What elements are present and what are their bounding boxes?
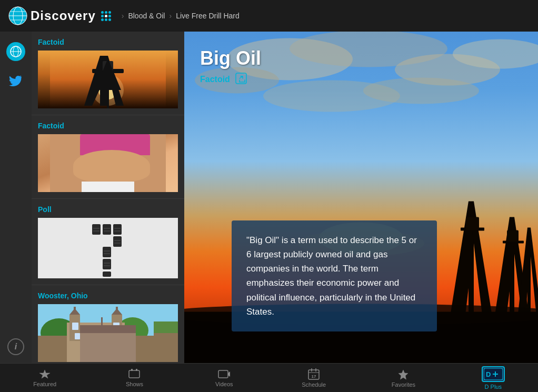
info-button[interactable]: i [7,338,24,355]
nav-favorites[interactable]: Favorites [358,368,448,388]
svg-rect-61 [116,307,118,315]
featured-icon [38,369,51,379]
nav-schedule[interactable]: 17 Schedule [269,368,358,388]
dplus-badge: D [482,366,505,382]
svg-rect-56 [72,323,78,330]
share-button[interactable] [235,73,247,86]
main-content: Big Oil Factoid "Big Oil" is a term used… [184,32,538,363]
info-text: "Big Oil" is a term used to describe the… [246,233,422,319]
breadcrumb: › Blood & Oil › Live Free Drill Hard [122,12,240,20]
svg-point-22 [109,167,117,172]
svg-marker-11 [100,56,108,106]
svg-rect-91 [218,370,228,378]
svg-rect-52 [112,315,122,341]
nav-videos[interactable]: Videos [180,369,269,387]
breadcrumb-separator-2: › [169,12,172,20]
videos-icon [218,369,231,379]
info-box: "Big Oil" is a term used to describe the… [232,220,437,331]
breadcrumb-parent[interactable]: Blood & Oil [128,12,165,20]
svg-point-17 [84,137,142,153]
svg-rect-15 [103,61,113,72]
logo-text: Discovery [31,8,96,23]
sidebar-twitter-button[interactable] [6,72,25,91]
svg-rect-90 [136,369,137,371]
svg-rect-59 [112,333,117,339]
panel-item-label-1: Factoid [38,38,178,46]
svg-point-48 [83,326,109,345]
svg-point-69 [363,78,479,104]
svg-point-20 [101,159,107,167]
app-header: Discovery › Blood & Oil › Live Free Dril… [0,0,538,32]
svg-rect-55 [88,333,104,349]
panel-item-wooster[interactable]: Wooster, Ohio [32,285,184,362]
globe-icon [10,46,22,57]
svg-rect-28 [113,224,122,235]
schedule-icon: 17 [307,368,320,380]
panel-item-label-3: Poll [38,205,178,214]
svg-rect-57 [113,323,119,330]
content-panel: Factoid [32,32,184,363]
breadcrumb-separator-1: › [122,12,124,20]
nav-videos-label: Videos [215,381,233,387]
svg-rect-29 [113,236,122,247]
svg-rect-89 [131,369,133,371]
nav-schedule-label: Schedule [302,381,326,388]
svg-rect-27 [103,224,111,235]
nav-featured[interactable]: Featured [0,369,89,387]
panel-item-label-4: Wooster, Ohio [38,292,178,300]
nav-favorites-label: Favorites [392,381,415,388]
logo-plus-decoration [101,11,111,21]
svg-rect-81 [507,230,519,242]
panel-item-label-2: Factoid [38,122,178,130]
panel-image-man-hat [38,134,178,192]
logo[interactable]: Discovery [8,6,111,25]
svg-rect-76 [466,217,479,230]
svg-point-21 [119,159,125,167]
svg-rect-30 [103,247,111,257]
favorites-icon [397,368,410,380]
panel-image-wooster [38,304,178,362]
svg-rect-31 [103,259,111,269]
svg-rect-18 [89,139,137,147]
svg-rect-8 [50,51,166,108]
panel-image-oil-derrick [38,51,178,108]
nav-shows[interactable]: Shows [89,369,179,387]
sidebar-globe-button[interactable] [6,42,25,61]
nav-dplus[interactable]: D D Plus [449,366,538,390]
svg-text:D: D [486,370,491,378]
svg-rect-49 [38,336,154,362]
panel-item-factoid-1[interactable]: Factoid [32,32,184,115]
svg-rect-58 [75,333,80,339]
panel-item-poll[interactable]: Poll [32,199,184,285]
svg-rect-32 [103,272,111,277]
main-title: Big Oil [200,47,261,69]
left-sidebar [0,32,32,363]
nav-featured-label: Featured [33,381,56,387]
svg-text:17: 17 [312,374,316,379]
nav-dplus-label: D Plus [485,384,502,390]
main-subtitle: Factoid [200,75,230,84]
globe-logo-icon [8,6,27,25]
panel-item-factoid-2[interactable]: Factoid [32,115,184,199]
twitter-icon [9,75,23,87]
svg-rect-24 [82,182,134,192]
nav-shows-label: Shows [126,381,143,387]
shows-icon [128,369,141,379]
panel-image-poll [38,218,178,278]
svg-rect-26 [92,224,101,235]
svg-rect-88 [129,370,140,378]
bottom-navigation: Featured Shows Videos 17 Schedule Favori [0,363,538,392]
svg-rect-14 [92,69,124,73]
content-title-area: Big Oil Factoid [200,47,261,86]
breadcrumb-current: Live Free Drill Hard [176,12,240,20]
svg-rect-60 [74,307,76,315]
